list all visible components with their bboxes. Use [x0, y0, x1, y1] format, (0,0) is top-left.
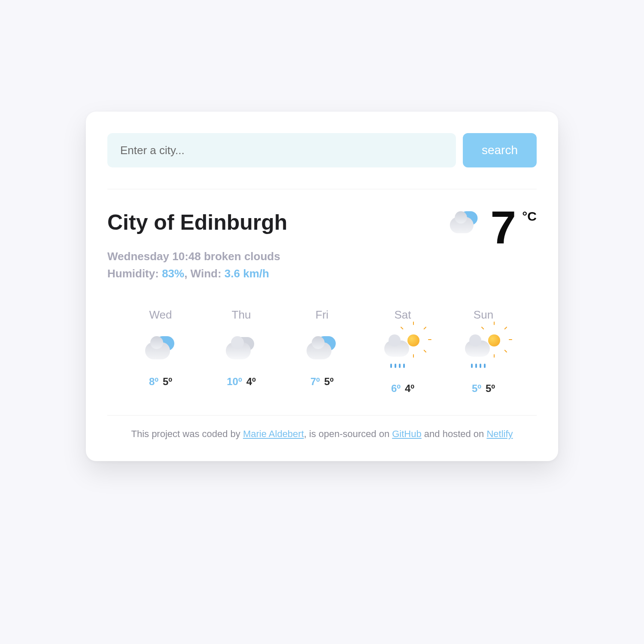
forecast-day-high: 10º: [227, 376, 242, 387]
netlify-link[interactable]: Netlify: [486, 428, 513, 439]
forecast-day-name: Sat: [362, 308, 443, 322]
wind-label: , Wind:: [184, 267, 221, 280]
overcast-clouds-icon: [223, 334, 259, 361]
author-link[interactable]: Marie Aldebert: [243, 428, 304, 439]
search-input[interactable]: [107, 133, 456, 167]
forecast-day-name: Fri: [282, 308, 362, 322]
forecast-day: Sat6º4º: [362, 308, 443, 395]
sun-rain-icon: [383, 334, 422, 368]
current-right: 7 °C: [447, 207, 537, 248]
forecast-day-high: 5º: [472, 383, 481, 394]
forecast-day-name: Thu: [201, 308, 282, 322]
forecast-day: Fri7º5º: [282, 308, 362, 395]
current-temp: 7: [490, 207, 514, 248]
footer: This project was coded by Marie Aldebert…: [107, 416, 537, 440]
forecast-day-temps: 6º4º: [362, 383, 443, 395]
current-datetime: Wednesday 10:48: [107, 250, 201, 263]
weather-card: search City of Edinburgh Wednesday 10:48…: [86, 112, 558, 461]
current-details: Wednesday 10:48 broken clouds Humidity: …: [107, 248, 287, 283]
forecast-row: Wed8º5ºThu10º4ºFri7º5ºSat6º4ºSun5º5º: [107, 291, 537, 416]
forecast-day-temps: 5º5º: [443, 383, 524, 395]
forecast-day-low: 5º: [486, 383, 495, 394]
broken-clouds-icon: [304, 334, 340, 361]
github-link[interactable]: GitHub: [392, 428, 421, 439]
forecast-day: Thu10º4º: [201, 308, 282, 395]
footer-mid2: and hosted on: [422, 428, 487, 439]
footer-mid1: , is open-sourced on: [304, 428, 392, 439]
current-temp-unit: °C: [522, 209, 537, 224]
humidity-label: Humidity:: [107, 267, 159, 280]
sun-rain-icon: [464, 334, 503, 368]
forecast-day-high: 7º: [310, 376, 320, 387]
forecast-day-temps: 10º4º: [201, 376, 282, 388]
forecast-day: Sun5º5º: [443, 308, 524, 395]
forecast-day-name: Wed: [120, 308, 201, 322]
forecast-day: Wed8º5º: [120, 308, 201, 395]
forecast-day-high: 8º: [149, 376, 158, 387]
broken-clouds-icon: [143, 334, 179, 361]
current-overview: City of Edinburgh Wednesday 10:48 broken…: [107, 189, 537, 291]
search-button[interactable]: search: [463, 133, 537, 167]
forecast-day-temps: 8º5º: [120, 376, 201, 388]
forecast-day-name: Sun: [443, 308, 524, 322]
forecast-day-low: 4º: [246, 376, 256, 387]
current-datetime-desc: Wednesday 10:48 broken clouds: [107, 248, 287, 265]
broken-clouds-icon: [447, 210, 482, 235]
city-name: City of Edinburgh: [107, 210, 287, 235]
current-humidity-wind: Humidity: 83%, Wind: 3.6 km/h: [107, 265, 287, 282]
forecast-day-low: 5º: [324, 376, 334, 387]
footer-pre: This project was coded by: [131, 428, 243, 439]
forecast-day-low: 5º: [163, 376, 172, 387]
current-left: City of Edinburgh Wednesday 10:48 broken…: [107, 210, 287, 283]
forecast-day-low: 4º: [405, 383, 414, 394]
forecast-day-temps: 7º5º: [282, 376, 362, 388]
forecast-day-high: 6º: [391, 383, 401, 394]
search-row: search: [107, 133, 537, 189]
